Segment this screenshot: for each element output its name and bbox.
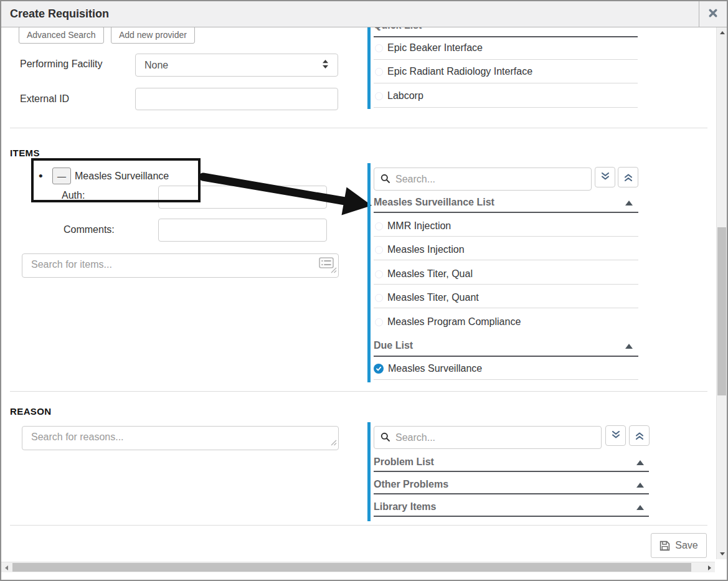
picker-item-selected[interactable]: Measles Surveillance — [374, 363, 482, 374]
chevron-double-down-icon — [600, 171, 610, 184]
quick-list-title-rule — [374, 36, 638, 37]
vertical-scrollbar[interactable] — [716, 27, 727, 559]
section-divider — [10, 391, 707, 392]
scroll-left-button[interactable] — [1, 562, 12, 573]
picker-item[interactable]: Measles Injection — [375, 244, 465, 255]
collapse-arrow-icon[interactable] — [625, 201, 633, 205]
list-divider — [374, 379, 638, 380]
quick-list-item[interactable]: Epic Beaker Interface — [375, 42, 483, 54]
reason-picker-accent-bar — [367, 422, 371, 521]
collapse-all-button[interactable] — [629, 425, 650, 446]
radio-icon — [375, 92, 383, 100]
dialog-header: Create Requisition — [1, 1, 727, 27]
picker-item[interactable]: Measles Titer, Qual — [375, 268, 473, 280]
chevron-double-up-icon — [635, 431, 645, 441]
scroll-right-button[interactable] — [704, 562, 715, 573]
picker-item[interactable]: Measles Titer, Quant — [375, 292, 479, 303]
quick-list-item[interactable]: Labcorp — [375, 90, 423, 102]
radio-icon — [375, 318, 383, 326]
performing-facility-select[interactable]: None — [135, 54, 338, 77]
group-header-rule — [374, 493, 649, 494]
reason-heading: REASON — [10, 406, 52, 417]
comments-input[interactable] — [158, 219, 327, 242]
quick-list-accent-bar — [367, 27, 371, 109]
horizontal-scroll-thumb[interactable] — [12, 563, 691, 572]
dialog-title: Create Requisition — [10, 7, 109, 21]
selected-check-icon — [374, 364, 384, 374]
list-divider — [374, 236, 638, 237]
radio-icon — [375, 222, 383, 230]
radio-icon — [375, 246, 383, 254]
items-picker-accent-bar — [367, 163, 371, 382]
resize-grip-icon[interactable] — [330, 437, 337, 448]
section-divider — [10, 128, 707, 128]
group-header-due-list[interactable]: Due List — [374, 340, 413, 351]
add-new-provider-button[interactable]: Add new provider — [111, 27, 195, 44]
quick-list-title: Quick List — [374, 27, 422, 31]
horizontal-scrollbar[interactable] — [1, 562, 715, 572]
chevron-double-down-icon — [611, 430, 621, 442]
list-divider — [374, 83, 638, 83]
scroll-down-icon — [720, 552, 725, 555]
items-picker-search-input[interactable] — [374, 168, 592, 191]
search-icon — [381, 174, 390, 186]
collapse-arrow-icon[interactable] — [625, 344, 633, 349]
scroll-up-icon — [720, 31, 725, 34]
items-search-wrap — [22, 253, 339, 278]
performing-facility-label: Performing Facility — [20, 59, 102, 70]
expand-all-button[interactable] — [595, 167, 615, 187]
close-button[interactable] — [699, 1, 727, 27]
dialog-body: Advanced Search Add new provider Perform… — [1, 27, 715, 559]
group-header-rule — [374, 212, 638, 213]
list-divider — [374, 284, 638, 285]
comments-label: Comments: — [64, 224, 115, 235]
resize-grip-icon[interactable] — [330, 265, 337, 276]
collapse-arrow-icon[interactable] — [636, 483, 644, 488]
save-button[interactable]: Save — [651, 533, 707, 558]
performing-facility-value: None — [144, 60, 168, 71]
items-search-input[interactable] — [22, 253, 339, 278]
list-divider — [374, 308, 638, 308]
quick-list-item[interactable]: Epic Radiant Radiology Interface — [375, 66, 532, 77]
footer-divider — [10, 525, 707, 526]
radio-icon — [375, 294, 383, 302]
group-header-measles-surveillance-list[interactable]: Measles Surveillance List — [374, 197, 494, 208]
expand-all-button[interactable] — [605, 425, 626, 446]
save-icon — [659, 541, 670, 551]
collapse-arrow-icon[interactable] — [636, 505, 644, 510]
picker-item[interactable]: Measles Program Compliance — [375, 316, 521, 328]
list-divider — [374, 260, 638, 260]
scroll-up-button[interactable] — [717, 27, 727, 38]
list-divider — [374, 107, 638, 108]
radio-icon — [375, 44, 383, 52]
vertical-scroll-thumb[interactable] — [717, 227, 726, 395]
radio-icon — [375, 68, 383, 76]
radio-icon — [375, 270, 383, 278]
external-id-input[interactable] — [135, 88, 338, 110]
reason-search-wrap — [22, 426, 339, 450]
scroll-down-button[interactable] — [717, 549, 727, 559]
save-button-label: Save — [675, 540, 697, 551]
reason-picker-search — [374, 426, 602, 449]
group-header-rule — [374, 356, 638, 357]
group-header-problem-list[interactable]: Problem List — [374, 456, 434, 468]
reason-search-input[interactable] — [22, 426, 339, 450]
collapse-all-button[interactable] — [618, 167, 638, 187]
advanced-search-button[interactable]: Advanced Search — [19, 27, 104, 44]
annotation-arrow — [188, 167, 381, 220]
reason-picker-search-input[interactable] — [374, 426, 602, 449]
picker-item[interactable]: MMR Injection — [375, 220, 451, 232]
group-header-other-problems[interactable]: Other Problems — [374, 479, 448, 490]
group-header-rule — [374, 516, 649, 517]
list-divider — [374, 59, 638, 60]
external-id-label: External ID — [20, 93, 69, 105]
scroll-left-icon — [5, 565, 8, 570]
close-icon — [708, 8, 718, 21]
annotation-highlight-box — [31, 158, 201, 202]
items-picker-search — [374, 168, 592, 191]
scroll-right-icon — [708, 565, 711, 570]
group-header-library-items[interactable]: Library Items — [374, 501, 436, 513]
items-heading: ITEMS — [10, 148, 40, 158]
chevron-double-up-icon — [623, 172, 633, 182]
collapse-arrow-icon[interactable] — [636, 460, 644, 465]
